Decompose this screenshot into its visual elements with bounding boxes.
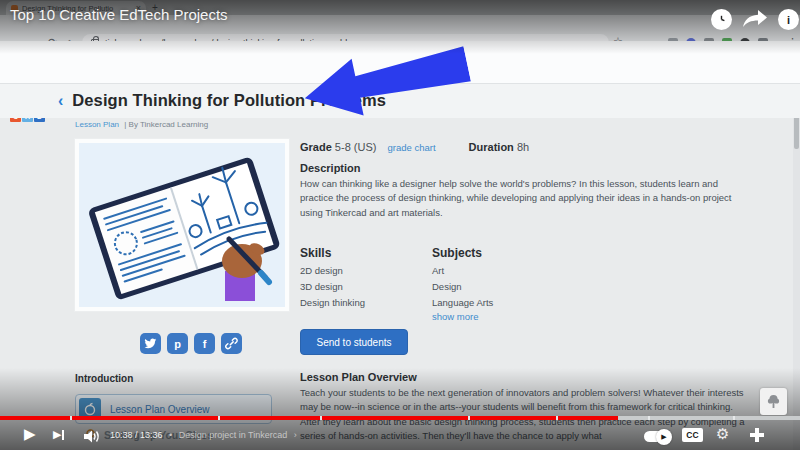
duration-label: Duration	[469, 141, 514, 153]
video-progress-bar[interactable]	[0, 416, 800, 420]
time-display: 10:38 / 13:36 • Design project in Tinker…	[110, 430, 297, 440]
skill-item: Design thinking	[300, 297, 365, 308]
overview-text: Teach your students to be the next gener…	[300, 386, 748, 444]
autoplay-toggle[interactable]: ▶	[644, 431, 670, 442]
chapter-marker	[648, 416, 650, 420]
description-heading: Description	[300, 162, 361, 174]
chapter-marker	[218, 416, 220, 420]
share-arrow-icon	[743, 10, 767, 28]
chapter-title[interactable]: Design project in Tinkercad	[179, 430, 288, 440]
grade-duration-row: Grade 5-8 (US) grade chart Duration 8h	[300, 141, 529, 153]
video-title[interactable]: Top 10 Creative EdTech Projects	[10, 6, 228, 23]
grade-label: Grade	[300, 141, 332, 153]
time-current-total: 10:38 / 13:36	[110, 430, 163, 440]
description-text: How can thinking like a designer help so…	[300, 177, 734, 220]
captions-button[interactable]: CC	[682, 428, 703, 442]
volume-button[interactable]	[84, 429, 101, 447]
chapter-arrow-icon[interactable]: ›	[294, 430, 297, 440]
subjects-heading: Subjects	[432, 246, 482, 260]
autoplay-knob-icon: ▶	[656, 429, 672, 445]
fullscreen-icon	[757, 428, 764, 435]
breadcrumb-author: | By Tinkercad Learning	[124, 120, 208, 129]
fullscreen-icon	[757, 435, 764, 442]
fullscreen-button[interactable]	[750, 428, 764, 442]
grade-value: 5-8 (US)	[335, 141, 377, 153]
watch-later-button[interactable]	[711, 9, 732, 30]
subject-item: Art	[432, 265, 444, 276]
twitter-share-button[interactable]	[140, 333, 161, 354]
info-button[interactable]: i	[778, 9, 799, 30]
chapter-marker	[556, 416, 558, 420]
pinterest-share-button[interactable]: p	[167, 333, 188, 354]
volume-icon	[84, 430, 101, 443]
chapter-marker	[70, 416, 72, 420]
chapter-bullet: •	[169, 430, 172, 440]
breadcrumb: Lesson Plan | By Tinkercad Learning	[75, 120, 208, 129]
play-button[interactable]: ▶	[24, 425, 36, 443]
pinterest-icon: p	[174, 338, 181, 350]
back-chevron-icon[interactable]: ‹	[58, 92, 63, 110]
subject-item: Design	[432, 281, 462, 292]
chapter-marker	[468, 416, 470, 420]
skill-item: 3D design	[300, 281, 343, 292]
clock-icon	[715, 13, 728, 26]
share-button[interactable]	[743, 10, 767, 32]
next-icon: ▶	[53, 428, 61, 441]
show-more-link[interactable]: show more	[432, 311, 478, 322]
share-row: p f	[140, 333, 242, 354]
info-icon: i	[787, 14, 790, 26]
chapter-marker	[320, 416, 322, 420]
next-icon-bar	[62, 430, 64, 440]
skills-heading: Skills	[300, 246, 331, 260]
sidebar-item-label: Lesson Plan Overview	[110, 404, 210, 415]
next-button[interactable]: ▶	[53, 428, 64, 441]
duration-value: 8h	[517, 141, 529, 153]
twitter-icon	[144, 338, 157, 349]
send-to-students-button[interactable]: Send to students	[300, 329, 408, 355]
grade-chart-link[interactable]: grade chart	[387, 142, 435, 153]
skill-item: 2D design	[300, 265, 343, 276]
extension-overlay-button[interactable]	[760, 388, 787, 415]
notebook-illustration	[79, 143, 285, 307]
copy-link-button[interactable]	[221, 333, 242, 354]
facebook-icon: f	[203, 338, 207, 350]
overview-heading: Lesson Plan Overview	[300, 371, 417, 383]
introduction-heading: Introduction	[75, 373, 133, 384]
link-icon	[225, 337, 238, 350]
tree-icon	[765, 393, 782, 410]
subject-item: Language Arts	[432, 297, 493, 308]
lesson-thumbnail	[75, 139, 289, 311]
chapter-marker	[733, 416, 735, 420]
fullscreen-icon	[750, 428, 757, 435]
fullscreen-icon	[750, 435, 757, 442]
breadcrumb-lesson-plan-link[interactable]: Lesson Plan	[75, 120, 119, 129]
facebook-share-button[interactable]: f	[194, 333, 215, 354]
youtube-player-frame: Design Thinking for Pollutio × + ← → ⟳ ⌂…	[0, 0, 800, 450]
settings-gear-icon[interactable]: ⚙	[716, 425, 729, 443]
progress-played	[0, 416, 618, 420]
